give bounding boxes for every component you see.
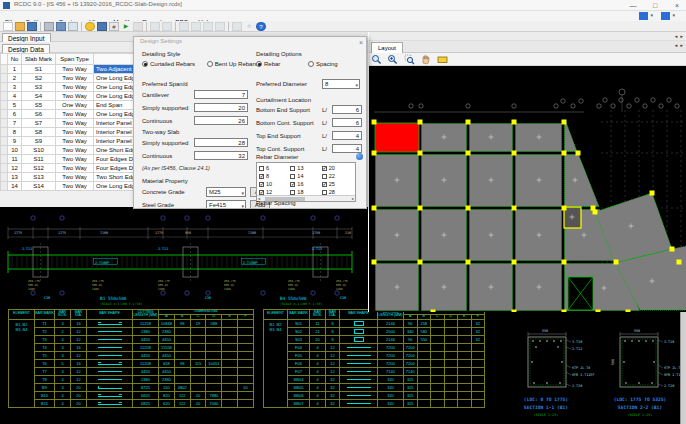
minimum-spacing-input[interactable]: 100 <box>328 208 362 209</box>
tab-layout[interactable]: Layout <box>371 42 403 53</box>
panel-nav-arrows[interactable]: ◄ ► <box>674 32 684 41</box>
open-folder-icon[interactable] <box>15 22 25 31</box>
row-selector[interactable] <box>1 155 8 164</box>
row-selector[interactable] <box>1 164 8 173</box>
app-icon <box>3 2 10 9</box>
bbs-row-SB05: SB05432320325 <box>264 383 485 391</box>
toolbar-separator <box>146 22 147 31</box>
bbs-row-T5: T531244504450 <box>9 351 254 359</box>
display-icon[interactable] <box>97 22 107 31</box>
simply-supported-input[interactable]: 28 <box>194 138 248 147</box>
run-design-icon[interactable]: ▶ <box>121 22 131 31</box>
top-cont-support-input[interactable]: 4 <box>332 144 362 153</box>
radio-rebar[interactable]: Rebar <box>256 61 280 67</box>
rebar-dia-6[interactable]: 6 <box>259 164 290 172</box>
section2-name: SECTION 2-2 (B1) <box>618 405 662 410</box>
preferred-diameter-select[interactable]: 8 <box>322 79 360 89</box>
zoom-in-icon[interactable] <box>387 54 398 65</box>
row-selector[interactable] <box>1 74 8 83</box>
bar-shape-stirrup <box>354 337 364 342</box>
main-toolbar: #▶○? <box>0 21 686 32</box>
row-selector[interactable] <box>1 92 8 101</box>
bbs-row-T6: T6516112086589811510451 <box>9 359 254 367</box>
top-end-support-input[interactable]: 4 <box>332 131 362 140</box>
col-slab-mark[interactable]: Slab Mark <box>22 54 56 65</box>
continuous-input[interactable]: 26 <box>194 116 248 125</box>
row-selector[interactable] <box>1 65 8 74</box>
scroll-right-icon[interactable]: ▸ <box>352 196 354 202</box>
workspace-icon[interactable] <box>639 12 648 20</box>
maximize-button[interactable]: □ <box>646 0 664 11</box>
row-selector[interactable] <box>1 146 8 155</box>
print-icon[interactable] <box>44 22 54 31</box>
bottom-cont-support-input[interactable]: 6 <box>332 118 362 127</box>
rebar-dia-20[interactable]: 20 <box>322 164 353 172</box>
cantilever-input[interactable]: 7 <box>194 90 248 99</box>
rebar-dia-8[interactable]: 8 <box>259 172 290 180</box>
radio-spacing[interactable]: Spacing <box>308 61 338 67</box>
close-button[interactable]: × <box>668 0 686 11</box>
bar-shape-line <box>98 347 122 348</box>
account-icon[interactable] <box>661 12 670 20</box>
bar-shape-line <box>347 403 371 404</box>
sections-svg: 550 3-T16 2-T12 STP 2L-T8 SFR 2-T12EF 2-… <box>488 325 686 424</box>
title-bar: RCDC 9.0 - [IS 456 + IS 13920-2016_RCDC-… <box>0 0 686 11</box>
drawing-scrollbar[interactable] <box>680 312 686 424</box>
svg-text:7100: 7100 <box>100 231 108 235</box>
bar-shape-line <box>347 371 371 372</box>
rcdc-window: RCDC 9.0 - [IS 456 + IS 13920-2016_RCDC-… <box>0 0 686 424</box>
table-icon <box>191 22 201 31</box>
rebar-dia-22[interactable]: 22 <box>322 172 353 180</box>
rebar-dia-25[interactable]: 25 <box>322 180 353 188</box>
rebar-dia-10[interactable]: 10 <box>259 180 290 188</box>
rebar-dia-14[interactable]: 14 <box>290 172 321 180</box>
tab-nav-arrows[interactable]: ◄ ► <box>674 43 684 48</box>
row-selector[interactable] <box>1 182 8 191</box>
snap-grid-icon[interactable]: # <box>109 22 119 31</box>
continuous-input[interactable]: 32 <box>194 151 248 160</box>
row-selector[interactable] <box>1 101 8 110</box>
toolbar-separator <box>40 22 41 31</box>
dialog-title-bar[interactable]: Design Settings × <box>134 37 366 48</box>
bottom-end-support-input[interactable]: 6 <box>332 105 362 114</box>
bbs-row-T2: T221223802380 <box>9 327 254 335</box>
row-selector[interactable] <box>1 128 8 137</box>
simply-supported-input[interactable]: 20 <box>194 103 248 112</box>
copy-icon <box>150 22 160 31</box>
visibility-icon[interactable] <box>437 54 448 65</box>
row-selector[interactable] <box>1 173 8 182</box>
zoom-extents-icon[interactable] <box>371 54 382 65</box>
steel-grade-label: Steel Grade <box>142 202 174 208</box>
row-selector[interactable] <box>1 110 8 119</box>
bbs-row-B10: B104206605820122207880 <box>9 391 254 399</box>
search-icon[interactable]: ○ <box>244 22 254 31</box>
rebar-dia-13[interactable]: 13 <box>290 164 321 172</box>
save-all-icon[interactable] <box>56 22 66 31</box>
radio-curtailed-rebars[interactable]: Curtailed Rebars <box>142 61 195 67</box>
row-selector[interactable] <box>1 83 8 92</box>
detailing-style-label: Detailing Style <box>142 51 180 57</box>
bbs-row-T7: T731244504450 <box>9 367 254 375</box>
layout-canvas[interactable] <box>369 66 686 312</box>
help-icon[interactable]: ? <box>256 22 266 31</box>
col-span-type[interactable]: Span Type <box>56 54 94 65</box>
concrete-grade-select[interactable]: M25 <box>206 187 246 197</box>
options-icon[interactable] <box>85 22 95 31</box>
row-selector[interactable] <box>1 137 8 146</box>
col-no[interactable]: No <box>8 54 22 65</box>
export-icon[interactable] <box>68 22 78 31</box>
zoom-window-icon[interactable] <box>404 54 415 65</box>
elevation-svg: 1775177571001775950710017502162-T122-T12… <box>0 207 368 307</box>
save-icon[interactable] <box>27 22 37 31</box>
radio-bent-up-rebars[interactable]: Bent Up Rebars <box>207 61 258 67</box>
help-icon[interactable] <box>356 153 363 160</box>
pan-icon[interactable] <box>420 54 431 65</box>
close-icon[interactable]: × <box>359 37 363 48</box>
row-selector[interactable] <box>1 119 8 128</box>
curtailment-rows: Bottom End SupportL/6Bottom Cont. Suppor… <box>256 105 362 157</box>
rebar-dia-16[interactable]: 16 <box>290 180 321 188</box>
new-file-icon[interactable] <box>3 22 13 31</box>
steel-grade-select[interactable]: Fe415 <box>206 200 246 209</box>
bar-shape-hook <box>98 386 122 389</box>
minimize-button[interactable]: — <box>624 0 642 11</box>
